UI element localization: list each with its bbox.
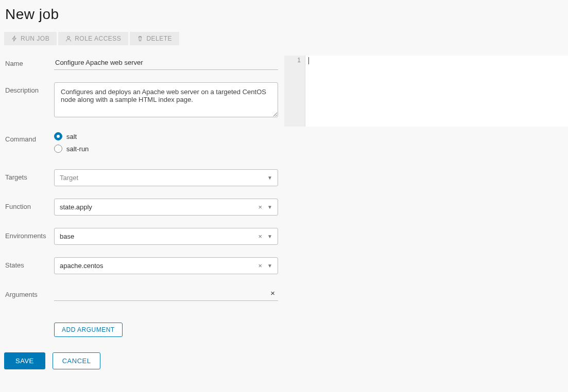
footer-actions: SAVE CANCEL [0, 337, 568, 369]
editor-line-number: 1 [284, 56, 305, 65]
description-label: Description [5, 82, 54, 94]
arguments-label: Arguments [5, 287, 54, 298]
description-textarea[interactable] [54, 82, 278, 117]
name-label: Name [5, 56, 54, 67]
targets-select[interactable]: Target ▼ [54, 169, 278, 186]
run-job-label: RUN JOB [21, 35, 49, 42]
environments-label: Environments [5, 228, 54, 240]
delete-label: DELETE [146, 35, 172, 42]
trash-icon [137, 35, 143, 42]
command-label: Command [5, 131, 54, 143]
targets-label: Targets [5, 169, 54, 181]
function-value: state.apply [60, 203, 92, 211]
clear-icon[interactable]: × [259, 233, 263, 240]
radio-salt-label: salt [66, 133, 77, 140]
clear-icon[interactable]: × [259, 203, 263, 211]
radio-dot-icon [54, 132, 62, 140]
editor-surface[interactable] [305, 65, 568, 127]
chevron-down-icon: ▼ [267, 263, 272, 269]
argument-input[interactable] [55, 289, 268, 297]
chevron-down-icon: ▼ [267, 234, 272, 239]
cursor-icon [308, 57, 309, 64]
editor-gutter [284, 65, 305, 127]
radio-salt-run[interactable]: salt-run [54, 145, 278, 153]
radio-salt[interactable]: salt [54, 132, 278, 140]
states-value: apache.centos [60, 262, 104, 270]
radio-salt-run-label: salt-run [66, 145, 89, 153]
lightning-icon [11, 35, 18, 42]
cancel-button[interactable]: CANCEL [53, 352, 101, 369]
svg-point-0 [67, 37, 70, 39]
environments-select[interactable]: base × ▼ [54, 228, 278, 245]
delete-button[interactable]: DELETE [130, 32, 179, 45]
action-bar: RUN JOB ROLE ACCESS DELETE [0, 32, 568, 56]
form-column: Name Description Command salt salt-run [0, 56, 284, 337]
add-argument-button[interactable]: ADD ARGUMENT [54, 323, 123, 337]
editor-column: 1 [284, 56, 568, 337]
editor-line[interactable] [305, 56, 568, 65]
save-button[interactable]: SAVE [4, 352, 45, 369]
function-label: Function [5, 199, 54, 210]
run-job-button[interactable]: RUN JOB [4, 32, 57, 45]
chevron-down-icon: ▼ [267, 175, 272, 181]
targets-placeholder: Target [60, 174, 78, 182]
states-select[interactable]: apache.centos × ▼ [54, 257, 278, 274]
name-input[interactable] [54, 56, 278, 70]
argument-row: × [54, 287, 278, 301]
role-access-label: ROLE ACCESS [75, 35, 121, 42]
role-access-button[interactable]: ROLE ACCESS [58, 32, 128, 45]
user-icon [65, 35, 72, 42]
states-label: States [5, 257, 54, 269]
radio-dot-icon [54, 145, 62, 153]
remove-argument-icon[interactable]: × [268, 289, 277, 297]
chevron-down-icon: ▼ [267, 204, 272, 210]
environments-value: base [60, 233, 74, 240]
function-select[interactable]: state.apply × ▼ [54, 199, 278, 216]
page-title: New job [0, 0, 568, 32]
clear-icon[interactable]: × [259, 262, 263, 270]
